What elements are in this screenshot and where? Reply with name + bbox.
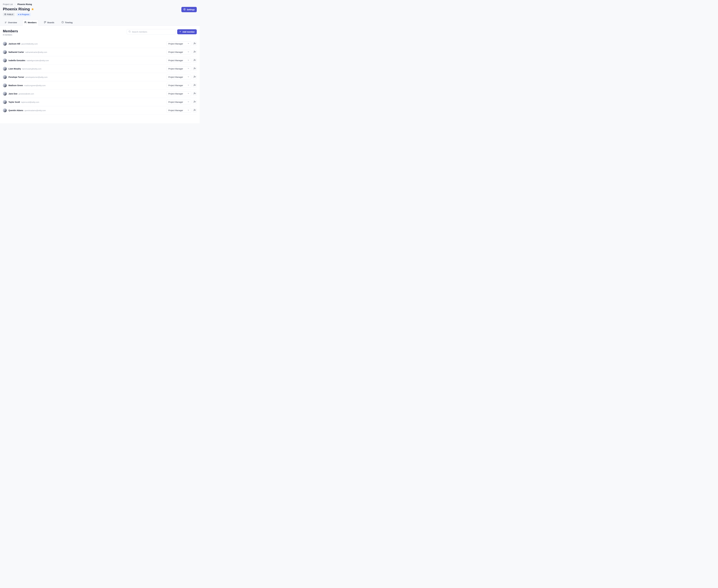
user-remove-icon — [193, 59, 196, 62]
clock-icon — [61, 21, 64, 24]
avatar — [3, 108, 7, 112]
plus-icon — [179, 30, 181, 33]
role-label: Project Manager — [168, 92, 183, 95]
svg-point-24 — [194, 68, 195, 68]
member-email: janedoe@witt.com — [19, 93, 34, 95]
member-email: penelopeturner@witty.com — [25, 76, 47, 78]
svg-point-15 — [194, 43, 195, 43]
member-name: Penelope Turner — [8, 76, 24, 78]
role-label: Project Manager — [168, 84, 183, 87]
svg-point-18 — [194, 51, 195, 52]
remove-member-button[interactable] — [193, 83, 197, 87]
section-title: Members — [3, 29, 18, 33]
member-email: liammurphy@witty.com — [22, 68, 41, 70]
svg-point-21 — [194, 59, 195, 60]
boards-icon — [44, 21, 46, 24]
remove-member-button[interactable] — [193, 58, 197, 62]
avatar — [3, 42, 7, 46]
role-select[interactable]: Project Manager — [166, 58, 191, 63]
role-select[interactable]: Project Manager — [166, 50, 191, 55]
add-member-label: Add member — [182, 31, 195, 33]
search-input-wrap[interactable] — [127, 29, 176, 35]
chevron-down-icon — [187, 59, 189, 62]
role-label: Project Manager — [168, 51, 183, 53]
tab-label: Timelog — [65, 21, 73, 24]
chevron-down-icon — [187, 109, 189, 111]
svg-point-3 — [184, 9, 185, 9]
role-select[interactable]: Project Manager — [166, 41, 191, 46]
chevron-down-icon — [187, 67, 189, 70]
role-select[interactable]: Project Manager — [166, 66, 191, 71]
member-name: Jane Doe — [8, 92, 17, 95]
tab-label: Members — [28, 21, 37, 24]
remove-member-button[interactable] — [193, 67, 197, 71]
svg-point-30 — [194, 84, 195, 85]
chevron-right-icon — [14, 3, 16, 5]
tab-label: Boards — [47, 21, 54, 24]
tab-boards[interactable]: Boards — [42, 20, 56, 26]
chevron-down-icon — [187, 42, 189, 45]
member-email: quentinadams@witty.com — [24, 109, 46, 111]
remove-member-button[interactable] — [193, 108, 197, 112]
user-remove-icon — [193, 67, 196, 70]
add-member-button[interactable]: Add member — [177, 29, 197, 34]
settings-button[interactable]: Settings — [181, 7, 197, 12]
star-icon[interactable] — [31, 8, 34, 10]
tab-timelog[interactable]: Timelog — [60, 20, 74, 26]
user-remove-icon — [193, 92, 196, 95]
svg-point-7 — [25, 21, 25, 22]
tab-overview[interactable]: Overview — [3, 20, 19, 26]
member-row: Jackson Hill jasonhill@witty.comProject … — [3, 40, 197, 48]
role-select[interactable]: Project Manager — [166, 83, 191, 88]
search-icon — [128, 30, 131, 33]
chevron-down-icon — [187, 101, 189, 103]
role-select[interactable]: Project Manager — [166, 108, 191, 113]
chevron-down-icon — [187, 84, 189, 87]
member-name: Isabella Gonzales — [8, 59, 25, 62]
user-remove-icon — [193, 51, 196, 54]
globe-icon — [4, 13, 6, 16]
member-email: isabellgonzales@witty.com — [26, 59, 49, 62]
member-name: Madison Green — [8, 84, 23, 87]
member-email: jasonhill@witty.com — [21, 43, 38, 45]
avatar — [3, 75, 7, 79]
svg-line-12 — [130, 32, 130, 32]
svg-point-27 — [194, 76, 195, 77]
member-email: nathanielcarter@witty.com — [25, 51, 47, 53]
remove-member-button[interactable] — [193, 42, 197, 46]
svg-rect-8 — [44, 21, 45, 23]
tab-members[interactable]: Members — [22, 20, 38, 26]
members-list: Jackson Hill jasonhill@witty.comProject … — [3, 40, 197, 114]
svg-rect-9 — [45, 21, 46, 22]
remove-member-button[interactable] — [193, 50, 197, 54]
role-label: Project Manager — [168, 76, 183, 78]
svg-point-36 — [194, 101, 195, 102]
member-row: Taylor Scott taylorscott@witty.comProjec… — [3, 98, 197, 106]
role-select[interactable]: Project Manager — [166, 91, 191, 96]
member-row: Liam Murphy liammurphy@witty.comProject … — [3, 65, 197, 73]
remove-member-button[interactable] — [193, 75, 197, 79]
remove-member-button[interactable] — [193, 92, 197, 96]
settings-label: Settings — [187, 8, 195, 11]
svg-marker-0 — [32, 8, 34, 10]
status-badge: In Progress — [17, 13, 31, 16]
role-label: Project Manager — [168, 109, 183, 111]
remove-member-button[interactable] — [193, 100, 197, 104]
search-input[interactable] — [132, 31, 173, 33]
member-name: Liam Murphy — [8, 68, 21, 70]
breadcrumb-root[interactable]: Project List — [3, 3, 13, 5]
page-title: Phoenix Rising — [3, 7, 30, 11]
members-icon — [24, 21, 26, 24]
role-select[interactable]: Project Manager — [166, 75, 191, 79]
role-label: Project Manager — [168, 59, 183, 62]
avatar — [3, 83, 7, 87]
role-label: Project Manager — [168, 68, 183, 70]
tabs: Overview Members Boards Timelog — [0, 19, 200, 26]
user-remove-icon — [193, 84, 196, 87]
status-dot-icon — [18, 14, 19, 15]
role-select[interactable]: Project Manager — [166, 100, 191, 104]
avatar — [3, 67, 7, 71]
member-row: Penelope Turner penelopeturner@witty.com… — [3, 73, 197, 81]
member-row: Nathaniel Carter nathanielcarter@witty.c… — [3, 48, 197, 56]
status-label: In Progress — [20, 14, 29, 16]
